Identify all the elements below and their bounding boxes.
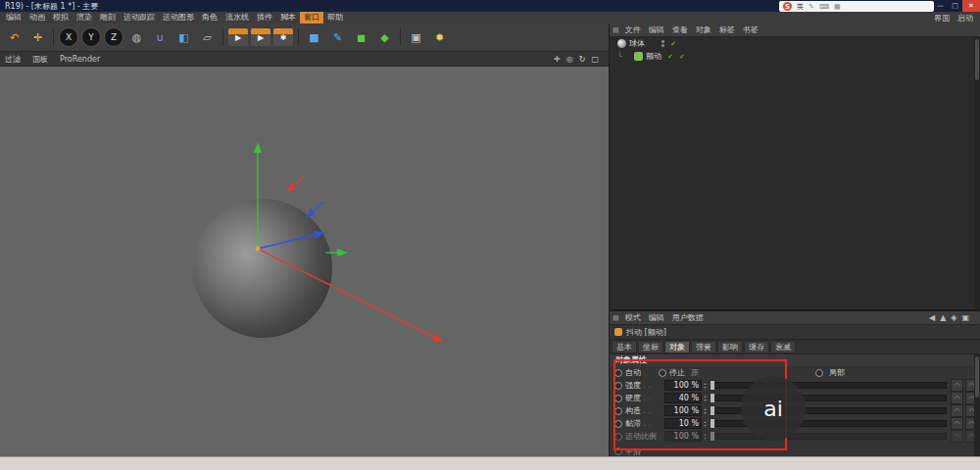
om-menu-view[interactable]: 查看 <box>668 24 692 36</box>
light-button[interactable]: ✹ <box>428 26 451 48</box>
lock-icon[interactable]: ◈ <box>951 313 956 322</box>
drag-radio[interactable] <box>614 420 622 428</box>
attribute-scrollbar[interactable] <box>974 354 980 457</box>
footer-radio[interactable] <box>614 447 622 455</box>
stop-radio[interactable] <box>659 369 666 377</box>
ime-toolbar[interactable]: S 英 ✎ ⌨ ▦ <box>779 1 934 12</box>
strength-radio[interactable] <box>614 382 622 390</box>
lock-x-button[interactable]: X <box>59 27 78 47</box>
viewport-canvas[interactable] <box>0 67 609 457</box>
curve-button[interactable]: ◠ <box>951 379 963 392</box>
motion-scale-slider[interactable] <box>712 433 947 440</box>
interface-dropdown[interactable]: 界面 <box>934 13 950 24</box>
camera-button[interactable]: ▣ <box>405 26 427 48</box>
object-name[interactable]: 颤动 <box>646 51 662 62</box>
enabled-check-icon[interactable]: ✓ <box>679 53 685 61</box>
motion-scale-radio[interactable] <box>614 433 622 441</box>
strength-stepper[interactable] <box>702 382 709 390</box>
ime-pen-icon[interactable]: ✎ <box>808 3 814 11</box>
ime-keyboard-icon[interactable]: ⌨ <box>819 3 829 11</box>
spline-pen-button[interactable]: ✎ <box>326 26 349 48</box>
object-row-jiggle[interactable]: └ 颤动 ✓ ✓ <box>610 50 980 63</box>
object-row-sphere[interactable]: 球体 ✓ <box>610 37 980 50</box>
sphere-object[interactable] <box>193 199 332 338</box>
curve-button[interactable]: ◠ <box>951 430 963 443</box>
maximize-button[interactable]: □ <box>948 0 962 12</box>
lock-z-button[interactable]: Z <box>104 27 123 47</box>
history-back-icon[interactable]: ◀ <box>929 313 935 322</box>
menu-mograph[interactable]: 运动图形 <box>159 12 198 24</box>
local-label[interactable]: 局部 <box>829 367 845 378</box>
menu-plugins[interactable]: 插件 <box>253 12 276 24</box>
strength-value[interactable]: 100 % <box>664 380 702 391</box>
startup-layout-dropdown[interactable]: 启动 <box>957 13 973 24</box>
gizmo-handle-blue[interactable] <box>308 202 323 216</box>
deformer-button[interactable]: ◆ <box>373 26 396 48</box>
stiffness-stepper[interactable] <box>702 395 709 402</box>
drag-stepper[interactable] <box>702 420 709 428</box>
slider-knob[interactable] <box>710 380 715 391</box>
om-menu-edit[interactable]: 编辑 <box>645 24 668 36</box>
cube-primitive-button[interactable]: ■ <box>303 26 325 48</box>
editor-visibility-dot[interactable] <box>662 40 664 43</box>
viewport-menu-prorender[interactable]: ProRender <box>60 55 100 64</box>
close-button[interactable]: ✕ <box>962 0 980 12</box>
om-menu-tags[interactable]: 标签 <box>715 24 739 36</box>
gizmo-origin[interactable] <box>256 247 261 252</box>
menu-motion-tracker[interactable]: 运动跟踪 <box>120 12 159 24</box>
tab-basic[interactable]: 基本 <box>612 341 637 353</box>
viewport-menu-panel[interactable]: 面板 <box>32 54 48 65</box>
view-toggle-icon[interactable]: ▢ <box>591 55 599 64</box>
menu-simulate[interactable]: 模拟 <box>49 12 73 24</box>
om-menu-file[interactable]: 文件 <box>621 24 645 36</box>
view-zoom-icon[interactable]: ◎ <box>566 55 573 64</box>
render-visibility-dot[interactable] <box>662 44 664 47</box>
am-menu-mode[interactable]: 模式 <box>621 311 645 324</box>
tab-falloff[interactable]: 衰减 <box>770 341 796 353</box>
render-settings-button[interactable]: ✱ <box>273 28 293 46</box>
workplane-icon[interactable]: ▱ <box>196 26 219 48</box>
local-checkbox[interactable] <box>815 369 823 377</box>
gizmo-handle-red[interactable] <box>288 176 304 191</box>
structure-stepper[interactable] <box>702 407 709 415</box>
lock-y-button[interactable]: Y <box>81 27 101 47</box>
menu-render[interactable]: 渲染 <box>73 12 96 24</box>
panel-options-icon[interactable]: ▣ <box>961 313 969 322</box>
scrollbar-thumb[interactable] <box>975 356 979 398</box>
mograph-button[interactable]: ◼ <box>350 26 372 48</box>
am-menu-edit[interactable]: 编辑 <box>645 311 668 324</box>
motion-scale-value[interactable]: 100 % <box>664 431 702 442</box>
history-up-icon[interactable]: ▲ <box>940 313 946 322</box>
stop-label[interactable]: 停止 <box>669 367 685 378</box>
om-menu-bookmarks[interactable]: 书签 <box>739 24 762 36</box>
curve-button[interactable]: ◠ <box>951 417 963 430</box>
ime-language-toggle[interactable]: 英 <box>797 2 804 12</box>
slider-knob[interactable] <box>710 431 715 442</box>
drag-value[interactable]: 10 % <box>664 418 702 429</box>
sogou-logo-icon[interactable]: S <box>783 2 792 11</box>
enabled-check-icon[interactable]: ✓ <box>667 53 673 61</box>
viewport-menu-filter[interactable]: 过滤 <box>5 54 21 65</box>
menu-script[interactable]: 脚本 <box>276 12 300 24</box>
render-view-button[interactable]: ▶ <box>228 28 248 46</box>
render-picture-viewer-button[interactable]: ▶ <box>251 28 270 46</box>
am-menu-userdata[interactable]: 用户数据 <box>668 311 708 324</box>
menu-character[interactable]: 角色 <box>198 12 221 24</box>
view-pan-icon[interactable]: ✛ <box>554 55 561 64</box>
menu-pipeline[interactable]: 流水线 <box>221 12 253 24</box>
tab-forces[interactable]: 影响 <box>717 341 743 353</box>
stiffness-value[interactable]: 40 % <box>664 393 702 403</box>
object-tree[interactable]: 球体 ✓ └ 颤动 ✓ ✓ <box>610 37 980 309</box>
om-menu-objects[interactable]: 对象 <box>692 24 715 36</box>
slider-knob[interactable] <box>710 393 715 403</box>
section-object-properties[interactable]: 对象属性 <box>610 354 980 366</box>
ime-toolbox-icon[interactable]: ▦ <box>834 3 841 11</box>
snap-icon[interactable]: ∪ <box>149 26 172 48</box>
panel-grid-icon[interactable]: ▤ <box>612 26 619 34</box>
auto-radio[interactable] <box>614 369 622 377</box>
object-name[interactable]: 球体 <box>629 38 645 49</box>
tab-springs[interactable]: 弹簧 <box>691 341 716 353</box>
slider-knob[interactable] <box>710 418 715 429</box>
slider-knob[interactable] <box>710 405 715 416</box>
menu-edit[interactable]: 编辑 <box>2 12 25 24</box>
